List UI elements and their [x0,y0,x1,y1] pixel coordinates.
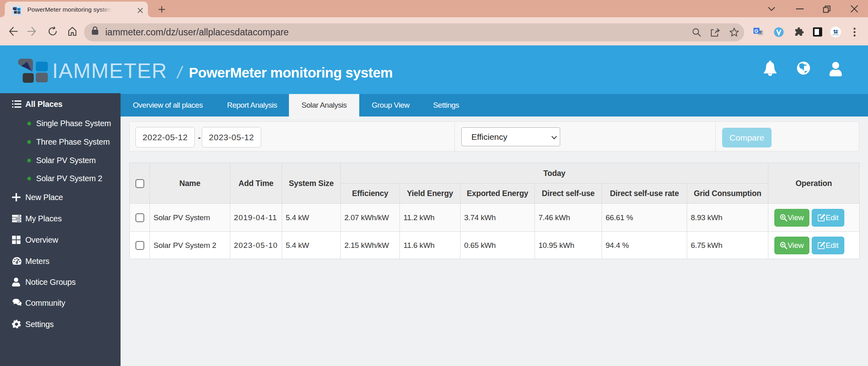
svg-text:DEVICENT: DEVICENT [832,34,839,36]
